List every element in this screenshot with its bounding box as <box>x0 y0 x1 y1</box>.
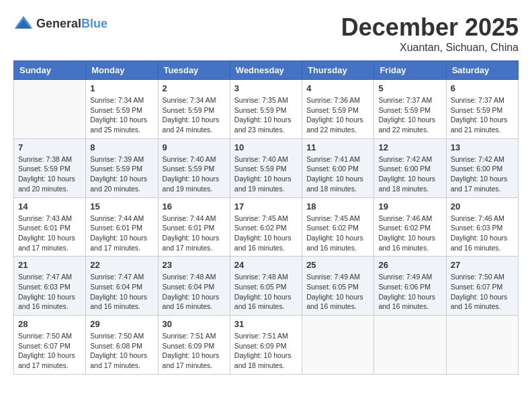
calendar-day-cell <box>374 316 446 375</box>
day-info: Sunrise: 7:43 AM Sunset: 6:01 PM Dayligh… <box>18 214 81 253</box>
weekday-header-row: SundayMondayTuesdayWednesdayThursdayFrid… <box>14 61 519 80</box>
day-number: 19 <box>378 201 441 212</box>
calendar-day-cell: 3Sunrise: 7:35 AM Sunset: 5:59 PM Daylig… <box>230 80 302 139</box>
calendar-day-cell: 7Sunrise: 7:38 AM Sunset: 5:59 PM Daylig… <box>14 138 86 197</box>
day-number: 31 <box>234 319 298 329</box>
calendar-day-cell: 8Sunrise: 7:39 AM Sunset: 5:59 PM Daylig… <box>86 138 158 197</box>
weekday-header-tuesday: Tuesday <box>158 61 230 80</box>
day-info: Sunrise: 7:50 AM Sunset: 6:08 PM Dayligh… <box>90 331 153 371</box>
day-number: 18 <box>306 201 369 212</box>
day-number: 3 <box>234 83 298 93</box>
calendar-day-cell <box>446 316 518 375</box>
calendar-day-cell: 5Sunrise: 7:37 AM Sunset: 5:59 PM Daylig… <box>374 80 446 139</box>
calendar-day-cell: 16Sunrise: 7:44 AM Sunset: 6:01 PM Dayli… <box>158 197 230 257</box>
day-info: Sunrise: 7:34 AM Sunset: 5:59 PM Dayligh… <box>90 95 153 135</box>
weekday-header-friday: Friday <box>374 61 446 80</box>
day-info: Sunrise: 7:34 AM Sunset: 5:59 PM Dayligh… <box>163 95 226 135</box>
day-info: Sunrise: 7:40 AM Sunset: 5:59 PM Dayligh… <box>163 154 226 194</box>
day-info: Sunrise: 7:36 AM Sunset: 5:59 PM Dayligh… <box>306 95 369 135</box>
day-info: Sunrise: 7:48 AM Sunset: 6:04 PM Dayligh… <box>163 272 226 312</box>
month-title: December 2025 <box>341 13 519 42</box>
calendar-day-cell: 27Sunrise: 7:50 AM Sunset: 6:07 PM Dayli… <box>446 257 518 316</box>
calendar-day-cell: 25Sunrise: 7:49 AM Sunset: 6:05 PM Dayli… <box>302 257 374 316</box>
calendar-week-row: 14Sunrise: 7:43 AM Sunset: 6:01 PM Dayli… <box>14 197 519 257</box>
day-info: Sunrise: 7:45 AM Sunset: 6:02 PM Dayligh… <box>234 214 298 253</box>
day-number: 23 <box>163 260 226 270</box>
calendar-day-cell: 14Sunrise: 7:43 AM Sunset: 6:01 PM Dayli… <box>14 197 86 257</box>
day-number: 2 <box>163 83 226 93</box>
day-number: 1 <box>90 83 153 93</box>
day-info: Sunrise: 7:51 AM Sunset: 6:09 PM Dayligh… <box>163 331 226 371</box>
calendar-day-cell <box>302 316 374 375</box>
day-info: Sunrise: 7:40 AM Sunset: 5:59 PM Dayligh… <box>234 154 298 194</box>
day-info: Sunrise: 7:45 AM Sunset: 6:02 PM Dayligh… <box>306 214 369 253</box>
day-number: 20 <box>451 201 514 212</box>
day-number: 17 <box>234 201 298 212</box>
day-info: Sunrise: 7:50 AM Sunset: 6:07 PM Dayligh… <box>451 272 514 312</box>
calendar-day-cell: 1Sunrise: 7:34 AM Sunset: 5:59 PM Daylig… <box>86 80 158 139</box>
day-number: 13 <box>451 142 514 152</box>
day-info: Sunrise: 7:44 AM Sunset: 6:01 PM Dayligh… <box>163 214 226 253</box>
day-info: Sunrise: 7:37 AM Sunset: 5:59 PM Dayligh… <box>378 95 441 135</box>
day-info: Sunrise: 7:46 AM Sunset: 6:02 PM Dayligh… <box>378 214 441 253</box>
calendar-week-row: 7Sunrise: 7:38 AM Sunset: 5:59 PM Daylig… <box>14 138 519 197</box>
day-info: Sunrise: 7:47 AM Sunset: 6:03 PM Dayligh… <box>18 272 81 312</box>
day-number: 27 <box>451 260 514 270</box>
calendar-day-cell: 2Sunrise: 7:34 AM Sunset: 5:59 PM Daylig… <box>158 80 230 139</box>
calendar-week-row: 1Sunrise: 7:34 AM Sunset: 5:59 PM Daylig… <box>14 80 519 139</box>
calendar-day-cell: 11Sunrise: 7:41 AM Sunset: 6:00 PM Dayli… <box>302 138 374 197</box>
calendar-day-cell: 9Sunrise: 7:40 AM Sunset: 5:59 PM Daylig… <box>158 138 230 197</box>
day-number: 7 <box>18 142 81 152</box>
calendar-table: SundayMondayTuesdayWednesdayThursdayFrid… <box>13 60 519 375</box>
logo-general: General <box>36 17 81 30</box>
day-info: Sunrise: 7:41 AM Sunset: 6:00 PM Dayligh… <box>306 154 369 194</box>
day-info: Sunrise: 7:37 AM Sunset: 5:59 PM Dayligh… <box>451 95 514 135</box>
calendar-day-cell: 18Sunrise: 7:45 AM Sunset: 6:02 PM Dayli… <box>302 197 374 257</box>
location-title: Xuantan, Sichuan, China <box>341 42 519 54</box>
calendar-day-cell: 26Sunrise: 7:49 AM Sunset: 6:06 PM Dayli… <box>374 257 446 316</box>
weekday-header-saturday: Saturday <box>446 61 518 80</box>
calendar-day-cell: 31Sunrise: 7:51 AM Sunset: 6:09 PM Dayli… <box>230 316 302 375</box>
weekday-header-thursday: Thursday <box>302 61 374 80</box>
day-info: Sunrise: 7:47 AM Sunset: 6:04 PM Dayligh… <box>90 272 153 312</box>
day-number: 4 <box>306 83 369 93</box>
day-number: 14 <box>18 201 81 212</box>
day-info: Sunrise: 7:42 AM Sunset: 6:00 PM Dayligh… <box>451 154 514 194</box>
day-info: Sunrise: 7:49 AM Sunset: 6:06 PM Dayligh… <box>378 272 441 312</box>
calendar-day-cell: 29Sunrise: 7:50 AM Sunset: 6:08 PM Dayli… <box>86 316 158 375</box>
calendar-day-cell: 24Sunrise: 7:48 AM Sunset: 6:05 PM Dayli… <box>230 257 302 316</box>
day-number: 29 <box>90 319 153 329</box>
title-block: December 2025 Xuantan, Sichuan, China <box>341 13 519 54</box>
day-number: 10 <box>234 142 298 152</box>
calendar-day-cell: 6Sunrise: 7:37 AM Sunset: 5:59 PM Daylig… <box>446 80 518 139</box>
day-info: Sunrise: 7:39 AM Sunset: 5:59 PM Dayligh… <box>90 154 153 194</box>
day-info: Sunrise: 7:46 AM Sunset: 6:03 PM Dayligh… <box>451 214 514 253</box>
calendar-day-cell: 20Sunrise: 7:46 AM Sunset: 6:03 PM Dayli… <box>446 197 518 257</box>
day-info: Sunrise: 7:44 AM Sunset: 6:01 PM Dayligh… <box>90 214 153 253</box>
day-number: 25 <box>306 260 369 270</box>
calendar-week-row: 28Sunrise: 7:50 AM Sunset: 6:07 PM Dayli… <box>14 316 519 375</box>
calendar-day-cell: 21Sunrise: 7:47 AM Sunset: 6:03 PM Dayli… <box>14 257 86 316</box>
page-header: GeneralBlue December 2025 Xuantan, Sichu… <box>13 13 519 54</box>
calendar-day-cell: 12Sunrise: 7:42 AM Sunset: 6:00 PM Dayli… <box>374 138 446 197</box>
weekday-header-monday: Monday <box>86 61 158 80</box>
day-number: 6 <box>451 83 514 93</box>
calendar-day-cell: 23Sunrise: 7:48 AM Sunset: 6:04 PM Dayli… <box>158 257 230 316</box>
weekday-header-wednesday: Wednesday <box>230 61 302 80</box>
day-number: 16 <box>163 201 226 212</box>
calendar-day-cell: 17Sunrise: 7:45 AM Sunset: 6:02 PM Dayli… <box>230 197 302 257</box>
day-number: 21 <box>18 260 81 270</box>
logo: GeneralBlue <box>13 13 107 34</box>
day-number: 12 <box>378 142 441 152</box>
calendar-day-cell <box>14 80 86 139</box>
calendar-day-cell: 19Sunrise: 7:46 AM Sunset: 6:02 PM Dayli… <box>374 197 446 257</box>
day-info: Sunrise: 7:48 AM Sunset: 6:05 PM Dayligh… <box>234 272 298 312</box>
day-number: 28 <box>18 319 81 329</box>
calendar-day-cell: 13Sunrise: 7:42 AM Sunset: 6:00 PM Dayli… <box>446 138 518 197</box>
day-number: 22 <box>90 260 153 270</box>
logo-blue: Blue <box>81 17 107 30</box>
calendar-day-cell: 4Sunrise: 7:36 AM Sunset: 5:59 PM Daylig… <box>302 80 374 139</box>
day-info: Sunrise: 7:38 AM Sunset: 5:59 PM Dayligh… <box>18 154 81 194</box>
day-number: 24 <box>234 260 298 270</box>
day-info: Sunrise: 7:51 AM Sunset: 6:09 PM Dayligh… <box>234 331 298 371</box>
